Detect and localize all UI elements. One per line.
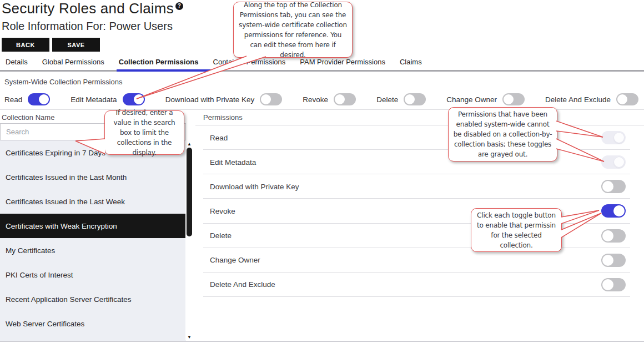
list-item-certificates-issued-last-week[interactable]: Certificates Issued in the Last Week bbox=[0, 189, 186, 214]
scroll-down-icon[interactable]: ▼ bbox=[185, 334, 193, 340]
tab-global-permissions[interactable]: Global Permissions bbox=[42, 58, 104, 70]
perm-row-download-private-key: Download with Private Key bbox=[195, 174, 644, 199]
perm-download-private-key-label: Download with Private Key bbox=[210, 183, 299, 191]
perm-delete-label: Delete bbox=[210, 231, 232, 240]
list-item-my-certificates[interactable]: My Certificates bbox=[0, 238, 186, 263]
syswide-delete-and-exclude-label: Delete And Exclude bbox=[545, 95, 611, 104]
tab-claims[interactable]: Claims bbox=[400, 58, 422, 70]
syswide-change-owner-label: Change Owner bbox=[446, 95, 497, 104]
perm-delete-and-exclude-label: Delete And Exclude bbox=[210, 280, 275, 289]
syswide-read-toggle[interactable] bbox=[28, 93, 50, 105]
page-title-text: Security Roles and Claims bbox=[2, 0, 174, 17]
list-scrollbar[interactable]: ▲ ▼ bbox=[185, 140, 193, 340]
tab-collection-permissions[interactable]: Collection Permissions bbox=[119, 58, 199, 70]
syswide-download-private-key-label: Download with Private Key bbox=[165, 95, 255, 104]
syswide-edit-metadata-label: Edit Metadata bbox=[71, 95, 117, 104]
syswide-download-private-key: Download with Private Key bbox=[165, 93, 283, 105]
syswide-change-owner: Change Owner bbox=[446, 93, 525, 105]
scrollbar-thumb[interactable] bbox=[187, 148, 192, 236]
perm-read-label: Read bbox=[210, 134, 228, 142]
perm-delete-toggle[interactable] bbox=[601, 229, 626, 243]
collection-list: Certificates Expiring in 7 Days Certific… bbox=[0, 140, 186, 341]
syswide-read: Read bbox=[4, 93, 50, 105]
permissions-panel: Read Edit Metadata Download with Private… bbox=[195, 125, 644, 296]
callout-click-toggle-note: Click each toggle button to enable that … bbox=[471, 208, 562, 252]
syswide-revoke: Revoke bbox=[303, 93, 356, 105]
callout-search-note: If desired, enter a value in the search … bbox=[104, 110, 184, 155]
list-item-recent-application-server-certificates[interactable]: Recent Application Server Certificates bbox=[0, 287, 186, 311]
syswide-read-label: Read bbox=[4, 95, 22, 104]
tab-bar: Details Global Permissions Collection Pe… bbox=[0, 58, 644, 72]
syswide-edit-metadata: Edit Metadata bbox=[71, 93, 144, 105]
page-header: Security Roles and Claims? Role Informat… bbox=[2, 0, 183, 52]
perm-revoke-label: Revoke bbox=[210, 207, 235, 215]
syswide-delete-and-exclude: Delete And Exclude bbox=[545, 93, 638, 105]
perm-row-read: Read bbox=[195, 125, 644, 150]
perm-change-owner-toggle[interactable] bbox=[601, 254, 626, 267]
perm-row-edit-metadata: Edit Metadata bbox=[195, 150, 644, 174]
callout-grayed-toggles-note: Permissions that have been enabled syste… bbox=[448, 107, 557, 162]
perm-edit-metadata-toggle[interactable] bbox=[601, 155, 626, 169]
perm-delete-and-exclude-toggle[interactable] bbox=[601, 278, 626, 291]
callout-system-wide-note: Along the top of the Collection Permissi… bbox=[233, 2, 353, 58]
system-wide-heading: System-Wide Collection Permissions bbox=[4, 78, 638, 86]
scroll-up-icon[interactable]: ▲ bbox=[185, 141, 193, 147]
tab-details[interactable]: Details bbox=[6, 58, 28, 70]
syswide-revoke-toggle[interactable] bbox=[334, 93, 356, 105]
page-title: Security Roles and Claims? bbox=[2, 0, 183, 17]
syswide-download-private-key-toggle[interactable] bbox=[260, 93, 282, 105]
perm-row-revoke: Revoke bbox=[195, 199, 644, 223]
system-wide-permissions: System-Wide Collection Permissions Read … bbox=[4, 78, 638, 105]
perm-revoke-toggle[interactable] bbox=[601, 204, 626, 218]
list-item-pki-certs-of-interest[interactable]: PKI Certs of Interest bbox=[0, 263, 186, 287]
syswide-revoke-label: Revoke bbox=[303, 95, 328, 104]
role-subtitle: Role Information For: Power Users bbox=[2, 20, 183, 33]
perm-row-change-owner: Change Owner bbox=[195, 248, 644, 273]
action-buttons: BACK SAVE bbox=[2, 38, 183, 52]
perm-edit-metadata-label: Edit Metadata bbox=[210, 158, 256, 167]
perm-change-owner-label: Change Owner bbox=[210, 256, 260, 264]
syswide-delete-label: Delete bbox=[376, 95, 398, 104]
list-item-certificates-issued-last-month[interactable]: Certificates Issued in the Last Month bbox=[0, 165, 186, 189]
perm-row-delete-and-exclude: Delete And Exclude bbox=[195, 273, 644, 297]
perm-download-private-key-toggle[interactable] bbox=[601, 180, 626, 193]
syswide-delete-and-exclude-toggle[interactable] bbox=[616, 93, 638, 105]
syswide-change-owner-toggle[interactable] bbox=[502, 93, 525, 105]
list-item-certificates-weak-encryption[interactable]: Certificates with Weak Encryption bbox=[0, 214, 186, 238]
back-button[interactable]: BACK bbox=[2, 38, 49, 52]
permissions-heading: Permissions bbox=[203, 113, 243, 122]
list-item-web-server-certificates[interactable]: Web Server Certificates bbox=[0, 311, 186, 336]
save-button[interactable]: SAVE bbox=[52, 38, 100, 52]
help-icon[interactable]: ? bbox=[175, 2, 183, 10]
syswide-delete: Delete bbox=[376, 93, 426, 105]
system-wide-toggle-row: Read Edit Metadata Download with Private… bbox=[4, 93, 638, 105]
syswide-delete-toggle[interactable] bbox=[404, 93, 426, 105]
perm-row-delete: Delete bbox=[195, 224, 644, 248]
syswide-edit-metadata-toggle[interactable] bbox=[123, 93, 145, 105]
collection-name-heading: Collection Name bbox=[2, 113, 54, 122]
perm-read-toggle[interactable] bbox=[601, 131, 626, 144]
page-bottom-border bbox=[0, 341, 644, 342]
